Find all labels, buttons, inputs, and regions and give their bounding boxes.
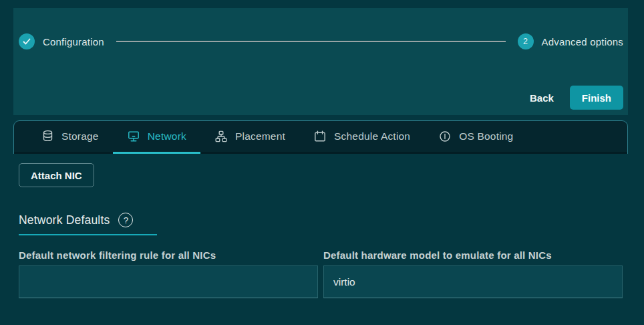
hierarchy-icon bbox=[214, 130, 228, 143]
workstation-icon bbox=[127, 130, 140, 143]
attach-nic-button[interactable]: Attach NIC bbox=[19, 163, 94, 187]
network-tab-content: Attach NIC Network Defaults ? Default ne… bbox=[0, 154, 644, 298]
calendar-icon bbox=[313, 130, 327, 143]
tab-network[interactable]: Network bbox=[113, 121, 200, 152]
section-title: Network Defaults bbox=[19, 213, 110, 227]
section-tabbar: Storage Network bbox=[13, 120, 628, 154]
network-filtering-input[interactable] bbox=[19, 265, 318, 298]
finish-button[interactable]: Finish bbox=[570, 86, 623, 110]
step-advanced-options[interactable]: 2 Advanced options bbox=[518, 33, 623, 49]
network-filtering-label: Default network filtering rule for all N… bbox=[19, 249, 318, 261]
step-configuration[interactable]: Configuration bbox=[19, 33, 104, 49]
network-defaults-section-header: Network Defaults ? bbox=[19, 213, 157, 235]
field-network-filtering: Default network filtering rule for all N… bbox=[19, 249, 318, 298]
step-configuration-label: Configuration bbox=[43, 36, 104, 47]
stepper-connector-line bbox=[116, 41, 506, 42]
wizard-actions: Back Finish bbox=[19, 86, 623, 110]
info-circle-icon bbox=[438, 130, 452, 143]
database-icon bbox=[41, 130, 54, 143]
tab-os-booting[interactable]: OS Booting bbox=[424, 121, 527, 152]
tab-placement[interactable]: Placement bbox=[200, 121, 299, 152]
tabs-row: Storage Network bbox=[14, 121, 627, 154]
step-number-badge: 2 bbox=[518, 33, 534, 49]
tab-schedule-action[interactable]: Schedule Action bbox=[299, 121, 424, 152]
tab-schedule-action-label: Schedule Action bbox=[334, 130, 410, 142]
tab-network-label: Network bbox=[148, 130, 186, 142]
help-question-icon[interactable]: ? bbox=[118, 213, 133, 227]
back-button[interactable]: Back bbox=[520, 87, 563, 109]
tab-storage[interactable]: Storage bbox=[27, 121, 113, 152]
wizard-stepper: Configuration 2 Advanced options bbox=[19, 33, 623, 49]
step-advanced-options-label: Advanced options bbox=[542, 36, 623, 47]
field-hardware-model: Default hardware model to emulate for al… bbox=[323, 249, 623, 298]
step-complete-check-icon bbox=[19, 33, 35, 49]
network-defaults-fields: Default network filtering rule for all N… bbox=[19, 249, 623, 298]
hardware-model-label: Default hardware model to emulate for al… bbox=[323, 249, 623, 261]
wizard-panel: Configuration 2 Advanced options Back Fi… bbox=[13, 8, 628, 115]
hardware-model-input[interactable] bbox=[323, 265, 623, 298]
tab-placement-label: Placement bbox=[235, 130, 285, 142]
tab-storage-label: Storage bbox=[61, 130, 99, 142]
tab-os-booting-label: OS Booting bbox=[459, 130, 513, 142]
